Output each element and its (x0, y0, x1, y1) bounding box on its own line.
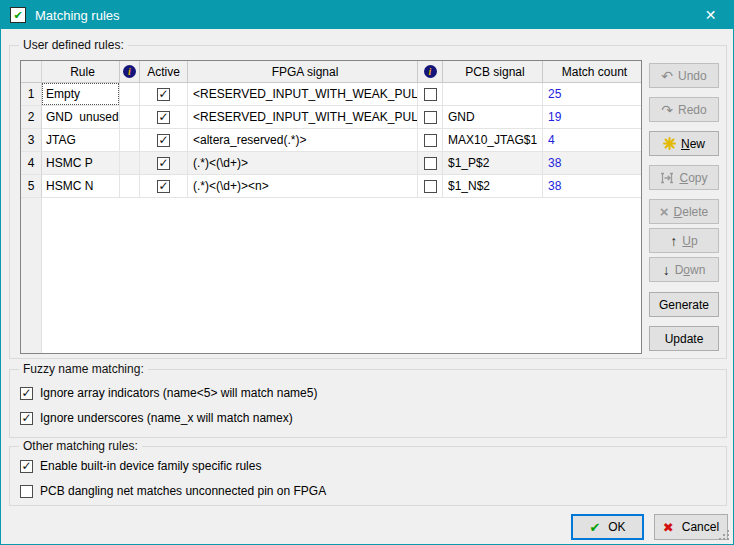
check-icon: ✓ (158, 134, 168, 146)
row-number: 3 (21, 129, 42, 152)
rule-info-cell (120, 175, 140, 198)
fpga-signal-cell[interactable]: <altera_reserved(.*)> (188, 129, 418, 152)
active-checkbox[interactable]: ✓ (157, 111, 170, 124)
active-checkbox[interactable]: ✓ (157, 88, 170, 101)
rules-table: Rule i Active FPGA signal i PCB signal M… (20, 60, 642, 354)
copy-button[interactable]: Copy (649, 165, 719, 190)
option-enable-builtin-rules: ✓ Enable built-in device family specific… (20, 459, 261, 473)
cancel-x-icon: ✖ (663, 520, 674, 535)
rule-info-cell (120, 129, 140, 152)
generate-button[interactable]: Generate (649, 292, 719, 317)
match-count-cell: 38 (543, 175, 641, 198)
redo-icon: ↷ (661, 103, 673, 117)
active-checkbox[interactable]: ✓ (157, 157, 170, 170)
close-button[interactable]: ✕ (688, 1, 733, 29)
row-number: 1 (21, 83, 42, 106)
undo-button[interactable]: ↶ Undo (649, 63, 719, 88)
rule-name-cell[interactable]: GND unused (42, 106, 120, 129)
ok-check-icon: ✔ (589, 520, 600, 535)
pcb-dangling-net-checkbox[interactable] (20, 485, 33, 498)
pcb-signal-cell[interactable]: MAX10_JTAG$1 (443, 129, 543, 152)
arrow-down-icon: ↓ (663, 263, 670, 277)
option-ignore-array-indicators: ✓ Ignore array indicators (name<5> will … (20, 386, 317, 400)
row-number: 5 (21, 175, 42, 198)
pcb-signal-cell[interactable] (443, 83, 543, 106)
app-icon: ✔ (10, 7, 26, 23)
fpga-signal-cell[interactable]: (.*)<(\d+)> (188, 152, 418, 175)
ignore-underscores-checkbox[interactable]: ✓ (20, 412, 33, 425)
check-icon: ✓ (158, 88, 168, 100)
table-row: 2 GND unused ✓ <RESERVED_INPUT_WITH_WEAK… (21, 106, 641, 129)
delete-x-icon: × (660, 204, 669, 219)
active-cell: ✓ (140, 152, 188, 175)
group-label: User defined rules: (19, 38, 128, 52)
rule-info-cell (120, 152, 140, 175)
resize-grip[interactable] (719, 530, 729, 540)
arrow-up-icon: ↑ (670, 234, 677, 248)
green-check-icon: ✔ (13, 10, 22, 21)
column-header-rule: Rule (42, 61, 120, 83)
fpga-flag-checkbox[interactable] (424, 180, 437, 193)
row-number: 2 (21, 106, 42, 129)
check-icon: ✓ (21, 460, 31, 472)
matching-rules-dialog: ✔ Matching rules ✕ User defined rules: R… (0, 0, 734, 545)
active-cell: ✓ (140, 129, 188, 152)
cancel-button[interactable]: ✖ Cancel (654, 514, 728, 540)
fpga-flag-cell (418, 175, 443, 198)
fpga-flag-checkbox[interactable] (424, 134, 437, 147)
pcb-signal-cell[interactable]: $1_N$2 (443, 175, 543, 198)
rule-name-cell[interactable]: JTAG (42, 129, 120, 152)
table-row: 3 JTAG ✓ <altera_reserved(.*)> MAX10_JTA… (21, 129, 641, 152)
fpga-flag-checkbox[interactable] (424, 111, 437, 124)
match-count-cell: 25 (543, 83, 641, 106)
group-user-defined-rules: User defined rules: Rule i Active FPGA s… (9, 45, 727, 359)
delete-button[interactable]: × Delete (649, 199, 719, 224)
fpga-flag-checkbox[interactable] (424, 88, 437, 101)
ignore-array-indicators-checkbox[interactable]: ✓ (20, 387, 33, 400)
fpga-flag-cell (418, 106, 443, 129)
update-button[interactable]: Update (649, 326, 719, 351)
table-header-row: Rule i Active FPGA signal i PCB signal M… (21, 61, 641, 83)
check-icon: ✓ (21, 412, 31, 424)
group-other-matching-rules: Other matching rules: ✓ Enable built-in … (9, 446, 727, 506)
fpga-signal-cell[interactable]: <RESERVED_INPUT_WITH_WEAK_PULLUP> (188, 106, 418, 129)
check-icon: ✓ (21, 387, 31, 399)
fpga-signal-cell[interactable]: (.*)<(\d+)><n> (188, 175, 418, 198)
new-button[interactable]: New (649, 131, 719, 156)
active-checkbox[interactable]: ✓ (157, 134, 170, 147)
rule-info-cell (120, 106, 140, 129)
fpga-signal-cell[interactable]: <RESERVED_INPUT_WITH_WEAK_PULLUP> (188, 83, 418, 106)
pcb-signal-cell[interactable]: $1_P$2 (443, 152, 543, 175)
match-count-cell: 38 (543, 152, 641, 175)
fpga-flag-checkbox[interactable] (424, 157, 437, 170)
table-row: 4 HSMC P ✓ (.*)<(\d+)> $1_P$2 38 (21, 152, 641, 175)
option-pcb-dangling-net: PCB dangling net matches unconnected pin… (20, 484, 326, 498)
active-cell: ✓ (140, 175, 188, 198)
redo-button[interactable]: ↷ Redo (649, 97, 719, 122)
column-header-rule-info: i (120, 61, 140, 83)
match-count-cell: 4 (543, 129, 641, 152)
rule-name-cell[interactable]: HSMC P (42, 152, 120, 175)
pcb-signal-cell[interactable]: GND (443, 106, 543, 129)
group-label: Other matching rules: (19, 439, 142, 453)
ok-button[interactable]: ✔ OK (571, 514, 644, 540)
down-button[interactable]: ↓ Down (649, 257, 719, 282)
check-icon: ✓ (158, 180, 168, 192)
match-count-cell: 19 (543, 106, 641, 129)
rule-name-cell[interactable]: Empty (42, 83, 120, 106)
rule-name-cell[interactable]: HSMC N (42, 175, 120, 198)
active-cell: ✓ (140, 106, 188, 129)
fpga-flag-cell (418, 83, 443, 106)
active-checkbox[interactable]: ✓ (157, 180, 170, 193)
enable-builtin-rules-checkbox[interactable]: ✓ (20, 460, 33, 473)
group-label: Fuzzy name matching: (19, 362, 148, 376)
column-header-fpga-info: i (418, 61, 443, 83)
info-icon: i (424, 65, 437, 78)
group-fuzzy-name-matching: Fuzzy name matching: ✓ Ignore array indi… (9, 369, 727, 438)
close-icon: ✕ (705, 7, 717, 23)
rule-info-cell (120, 83, 140, 106)
up-button[interactable]: ↑ Up (649, 228, 719, 253)
check-icon: ✓ (158, 157, 168, 169)
column-header-fpga-signal: FPGA signal (188, 61, 418, 83)
info-icon: i (123, 65, 136, 78)
